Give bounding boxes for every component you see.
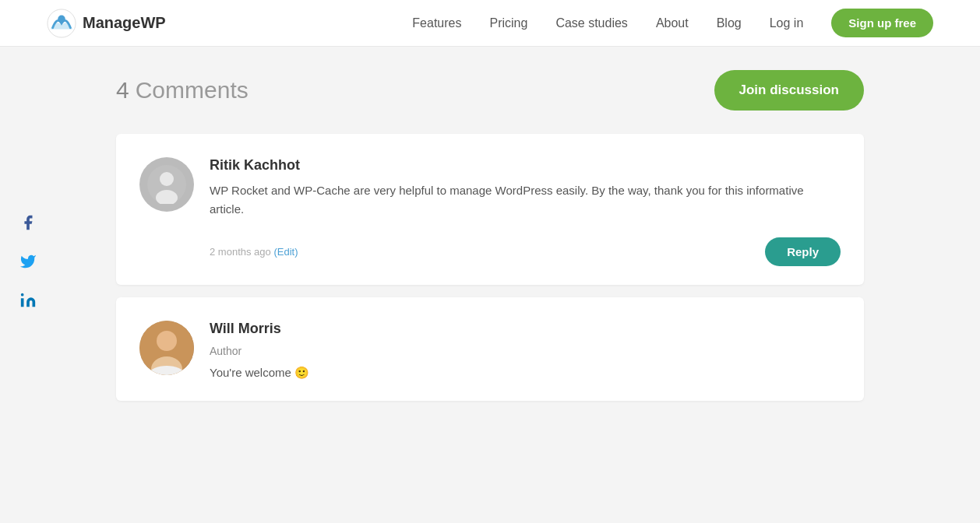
social-sidebar: [16, 210, 41, 313]
comment-top: Ritik Kachhot WP Rocket and WP-Cache are…: [139, 157, 841, 219]
comment-card: Will Morris Author You're welcome 🙂: [116, 297, 864, 401]
nav-about[interactable]: About: [656, 16, 689, 30]
svg-point-2: [21, 293, 24, 297]
default-avatar-icon: [147, 165, 186, 204]
comments-label: Comments: [136, 77, 249, 103]
svg-point-4: [160, 172, 174, 186]
comment-body: Will Morris Author You're welcome 🙂: [210, 321, 841, 382]
svg-point-7: [157, 331, 177, 351]
comments-count-heading: 4Comments: [116, 77, 249, 104]
avatar: [139, 157, 194, 212]
join-discussion-button[interactable]: Join discussion: [714, 70, 864, 111]
comments-header: 4Comments Join discussion: [116, 70, 864, 111]
avatar: [139, 321, 194, 375]
twitter-share-button[interactable]: [16, 249, 41, 274]
linkedin-icon: [19, 292, 37, 309]
logo-icon: [47, 9, 76, 38]
comment-footer: 2 months ago (Edit) Reply: [139, 237, 841, 266]
login-button[interactable]: Log in: [770, 16, 804, 30]
facebook-icon: [19, 214, 37, 231]
reply-button[interactable]: Reply: [765, 237, 841, 266]
twitter-icon: [19, 253, 37, 270]
comment-body: Ritik Kachhot WP Rocket and WP-Cache are…: [210, 157, 841, 219]
facebook-share-button[interactable]: [16, 210, 41, 235]
commenter-name: Ritik Kachhot: [210, 157, 841, 174]
logo-text: ManageWP: [83, 14, 166, 32]
nav-case-studies[interactable]: Case studies: [555, 16, 628, 30]
main-content: 4Comments Join discussion Ritik Kachhot …: [100, 47, 880, 437]
site-header: ManageWP Features Pricing Case studies A…: [0, 0, 980, 47]
nav-pricing[interactable]: Pricing: [489, 16, 527, 30]
comment-top: Will Morris Author You're welcome 🙂: [139, 321, 841, 382]
will-morris-avatar-icon: [139, 321, 194, 375]
commenter-role: Author: [210, 345, 841, 357]
edit-comment-link[interactable]: (Edit): [273, 246, 298, 258]
comment-card: Ritik Kachhot WP Rocket and WP-Cache are…: [116, 134, 864, 285]
signup-button[interactable]: Sign up free: [831, 9, 933, 37]
comment-count-number: 4: [116, 77, 129, 103]
linkedin-share-button[interactable]: [16, 288, 41, 313]
nav-features[interactable]: Features: [412, 16, 461, 30]
nav-blog[interactable]: Blog: [717, 16, 742, 30]
logo[interactable]: ManageWP: [47, 9, 166, 38]
comment-text: WP Rocket and WP-Cache are very helpful …: [210, 181, 841, 219]
commenter-name: Will Morris: [210, 321, 841, 337]
main-nav: Features Pricing Case studies About Blog…: [412, 9, 933, 37]
svg-point-1: [58, 15, 65, 23]
comment-text: You're welcome 🙂: [210, 363, 841, 382]
comment-timestamp: 2 months ago (Edit): [210, 246, 298, 258]
